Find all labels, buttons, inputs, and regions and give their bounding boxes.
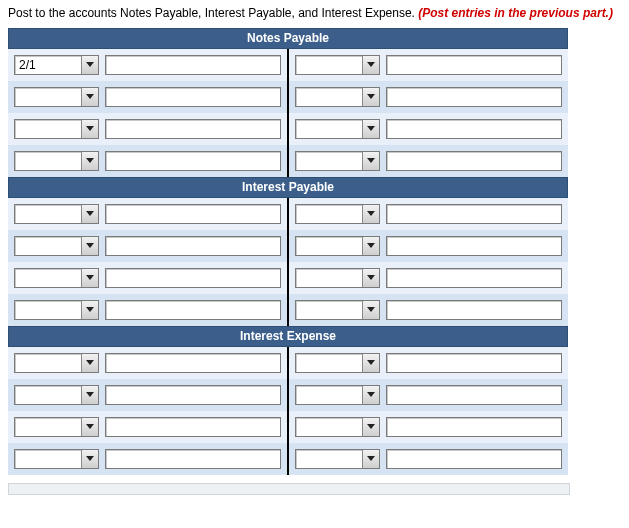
chevron-down-icon[interactable] — [362, 450, 379, 468]
svg-marker-22 — [86, 456, 94, 461]
credit-amount-input[interactable] — [386, 353, 562, 373]
chevron-down-icon[interactable] — [362, 301, 379, 319]
credit-date-select[interactable] — [295, 87, 380, 107]
debit-date-select[interactable] — [14, 353, 99, 373]
credit-side — [288, 113, 568, 145]
section-header: Notes Payable — [8, 28, 568, 49]
chevron-down-icon[interactable] — [362, 269, 379, 287]
credit-amount-input[interactable] — [386, 449, 562, 469]
debit-amount-input[interactable] — [105, 55, 281, 75]
debit-date-value — [15, 418, 81, 436]
chevron-down-icon[interactable] — [362, 120, 379, 138]
credit-amount-input[interactable] — [386, 300, 562, 320]
chevron-down-icon[interactable] — [81, 205, 98, 223]
debit-amount-input[interactable] — [105, 151, 281, 171]
chevron-down-icon[interactable] — [81, 354, 98, 372]
section-header: Interest Expense — [8, 326, 568, 347]
credit-amount-input[interactable] — [386, 417, 562, 437]
debit-amount-input[interactable] — [105, 417, 281, 437]
debit-amount-input[interactable] — [105, 385, 281, 405]
debit-date-select[interactable] — [14, 449, 99, 469]
debit-date-select[interactable] — [14, 119, 99, 139]
debit-date-select[interactable] — [14, 268, 99, 288]
debit-amount-input[interactable] — [105, 236, 281, 256]
chevron-down-icon[interactable] — [81, 152, 98, 170]
credit-date-select[interactable] — [295, 268, 380, 288]
credit-date-value — [296, 418, 362, 436]
chevron-down-icon[interactable] — [81, 418, 98, 436]
svg-marker-14 — [86, 307, 94, 312]
chevron-down-icon[interactable] — [81, 120, 98, 138]
credit-amount-input[interactable] — [386, 268, 562, 288]
svg-marker-12 — [86, 275, 94, 280]
debit-side — [8, 81, 288, 113]
chevron-down-icon[interactable] — [81, 88, 98, 106]
debit-date-value — [15, 354, 81, 372]
credit-amount-input[interactable] — [386, 236, 562, 256]
chevron-down-icon[interactable] — [362, 418, 379, 436]
credit-date-select[interactable] — [295, 353, 380, 373]
credit-date-select[interactable] — [295, 55, 380, 75]
debit-date-select[interactable] — [14, 417, 99, 437]
credit-date-select[interactable] — [295, 300, 380, 320]
credit-amount-input[interactable] — [386, 119, 562, 139]
table-row — [8, 198, 568, 230]
debit-amount-input[interactable] — [105, 268, 281, 288]
svg-marker-4 — [86, 126, 94, 131]
chevron-down-icon[interactable] — [362, 152, 379, 170]
credit-amount-input[interactable] — [386, 204, 562, 224]
debit-amount-input[interactable] — [105, 119, 281, 139]
chevron-down-icon[interactable] — [81, 301, 98, 319]
svg-marker-23 — [367, 456, 375, 461]
credit-date-value — [296, 88, 362, 106]
chevron-down-icon[interactable] — [362, 56, 379, 74]
credit-date-select[interactable] — [295, 119, 380, 139]
debit-side — [8, 379, 288, 411]
debit-date-select[interactable] — [14, 151, 99, 171]
debit-date-select[interactable] — [14, 385, 99, 405]
credit-date-select[interactable] — [295, 151, 380, 171]
credit-amount-input[interactable] — [386, 55, 562, 75]
svg-marker-8 — [86, 211, 94, 216]
svg-marker-2 — [86, 94, 94, 99]
credit-date-select[interactable] — [295, 204, 380, 224]
chevron-down-icon[interactable] — [81, 56, 98, 74]
credit-side — [288, 411, 568, 443]
debit-date-select[interactable] — [14, 300, 99, 320]
debit-amount-input[interactable] — [105, 204, 281, 224]
credit-amount-input[interactable] — [386, 87, 562, 107]
debit-side — [8, 198, 288, 230]
chevron-down-icon[interactable] — [362, 354, 379, 372]
debit-date-value — [15, 301, 81, 319]
chevron-down-icon[interactable] — [81, 237, 98, 255]
chevron-down-icon[interactable] — [81, 450, 98, 468]
credit-side — [288, 198, 568, 230]
debit-amount-input[interactable] — [105, 300, 281, 320]
credit-amount-input[interactable] — [386, 151, 562, 171]
debit-side — [8, 145, 288, 177]
debit-date-select[interactable] — [14, 87, 99, 107]
chevron-down-icon[interactable] — [362, 88, 379, 106]
instruction-text: Post to the accounts Notes Payable, Inte… — [8, 6, 621, 22]
chevron-down-icon[interactable] — [81, 386, 98, 404]
credit-date-select[interactable] — [295, 236, 380, 256]
debit-date-select[interactable]: 2/1 — [14, 55, 99, 75]
credit-date-select[interactable] — [295, 449, 380, 469]
debit-amount-input[interactable] — [105, 353, 281, 373]
svg-marker-17 — [367, 360, 375, 365]
chevron-down-icon[interactable] — [81, 269, 98, 287]
chevron-down-icon[interactable] — [362, 386, 379, 404]
debit-amount-input[interactable] — [105, 449, 281, 469]
debit-amount-input[interactable] — [105, 87, 281, 107]
credit-amount-input[interactable] — [386, 385, 562, 405]
credit-date-select[interactable] — [295, 417, 380, 437]
debit-date-select[interactable] — [14, 204, 99, 224]
debit-side — [8, 294, 288, 326]
credit-date-select[interactable] — [295, 385, 380, 405]
instruction-main: Post to the accounts Notes Payable, Inte… — [8, 6, 418, 20]
chevron-down-icon[interactable] — [362, 205, 379, 223]
credit-side — [288, 145, 568, 177]
debit-date-select[interactable] — [14, 236, 99, 256]
chevron-down-icon[interactable] — [362, 237, 379, 255]
debit-side — [8, 443, 288, 475]
